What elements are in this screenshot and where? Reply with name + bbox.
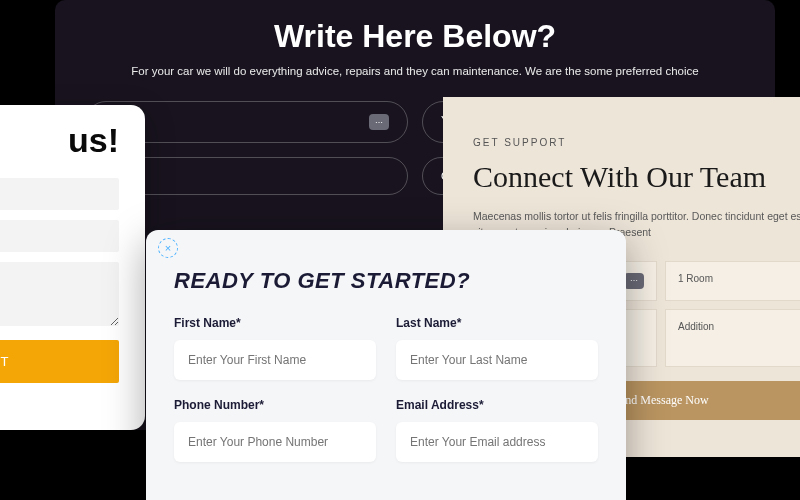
right-room-select[interactable]: 1 Room bbox=[665, 261, 800, 301]
left-contact-card: us! SUBMIT bbox=[0, 105, 145, 430]
phone-label: Phone Number* bbox=[174, 398, 376, 412]
left-heading: us! bbox=[0, 121, 119, 160]
right-heading: Connect With Our Team bbox=[473, 160, 800, 194]
email-input[interactable] bbox=[396, 422, 598, 462]
close-icon: × bbox=[165, 242, 171, 254]
keyboard-icon: ⋯ bbox=[369, 114, 389, 130]
left-email-input[interactable] bbox=[0, 220, 119, 252]
right-input-additional[interactable]: Addition bbox=[665, 309, 800, 367]
last-name-label: Last Name* bbox=[396, 316, 598, 330]
first-name-input[interactable] bbox=[174, 340, 376, 380]
center-heading: READY TO GET STARTED? bbox=[174, 268, 598, 294]
close-button[interactable]: × bbox=[158, 238, 178, 258]
center-started-card: × READY TO GET STARTED? First Name* Last… bbox=[146, 230, 626, 500]
center-row-1: First Name* Last Name* bbox=[174, 316, 598, 380]
center-row-2: Phone Number* Email Address* bbox=[174, 398, 598, 462]
phone-input[interactable] bbox=[174, 422, 376, 462]
first-name-label: First Name* bbox=[174, 316, 376, 330]
email-label: Email Address* bbox=[396, 398, 598, 412]
dark-subtitle: For your car we will do everything advic… bbox=[85, 65, 745, 77]
dark-heading: Write Here Below? bbox=[85, 18, 745, 55]
right-eyebrow: GET SUPPORT bbox=[473, 137, 800, 148]
left-name-input[interactable] bbox=[0, 178, 119, 210]
last-name-input[interactable] bbox=[396, 340, 598, 380]
keyboard-icon: ⋯ bbox=[624, 273, 644, 289]
left-message-input[interactable] bbox=[0, 262, 119, 326]
left-submit-button[interactable]: SUBMIT bbox=[0, 340, 119, 383]
